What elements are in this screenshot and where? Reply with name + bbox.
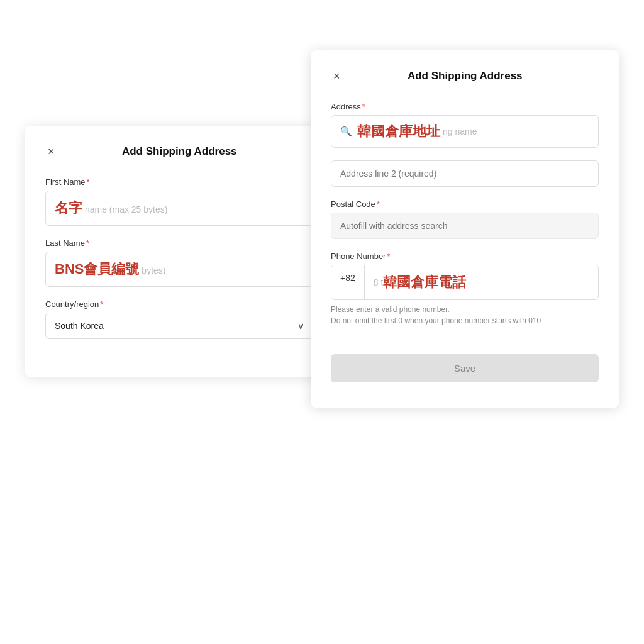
postal-input[interactable]: [331, 213, 599, 239]
phone-label: Phone Number*: [331, 252, 599, 261]
phone-hint-line1: Please enter a valid phone number.: [331, 304, 599, 315]
phone-code: +82: [331, 265, 365, 299]
right-close-icon: ×: [333, 70, 340, 82]
left-dialog-header: × Add Shipping Address: [45, 143, 313, 160]
country-label: Country/region*: [45, 299, 313, 309]
phone-required: *: [387, 252, 390, 261]
phone-hint: Please enter a valid phone number. Do no…: [331, 304, 599, 326]
last-name-placeholder-text: bytes): [142, 265, 165, 275]
left-dialog: × Add Shipping Address First Name* 名字 na…: [25, 126, 333, 377]
postal-label: Postal Code*: [331, 199, 599, 209]
search-icon: 🔍: [340, 126, 352, 137]
page-wrapper: × Add Shipping Address First Name* 名字 na…: [13, 13, 631, 644]
right-dialog-title: Add Shipping Address: [353, 70, 577, 82]
country-value: South Korea: [55, 321, 297, 331]
country-group: Country/region* South Korea ∨: [45, 299, 313, 339]
phone-group: Phone Number* +82 8 t 韓國倉庫電話 Please ente…: [331, 252, 599, 326]
last-name-input-wrapper[interactable]: BNS會員編號 bytes): [45, 252, 313, 287]
postal-group: Postal Code*: [331, 199, 599, 239]
first-name-label: First Name*: [45, 177, 313, 187]
chevron-down-icon: ∨: [297, 321, 304, 331]
address2-group: [331, 160, 599, 187]
left-close-icon: ×: [48, 145, 55, 158]
first-name-annotation: 名字: [55, 200, 82, 216]
right-dialog-header: × Add Shipping Address: [331, 68, 599, 84]
address2-input[interactable]: [331, 160, 599, 187]
right-close-button[interactable]: ×: [331, 68, 343, 84]
phone-hint-line2: Do not omit the first 0 when your phone …: [331, 315, 599, 326]
last-name-required: *: [86, 238, 89, 248]
first-name-input-wrapper[interactable]: 名字 name (max 25 bytes): [45, 191, 313, 226]
country-select[interactable]: South Korea ∨: [45, 313, 313, 339]
address-label: Address*: [331, 102, 599, 111]
country-required: *: [100, 299, 103, 309]
first-name-group: First Name* 名字 name (max 25 bytes): [45, 177, 313, 226]
postal-required: *: [377, 199, 380, 209]
phone-digit-hint: 8 t: [374, 277, 384, 287]
left-dialog-title: Add Shipping Address: [67, 145, 292, 158]
right-dialog: × Add Shipping Address Address* 🔍 韓國倉庫地址…: [311, 50, 619, 408]
last-name-group: Last Name* BNS會員編號 bytes): [45, 238, 313, 287]
first-name-placeholder-text: name (max 25 bytes): [85, 204, 168, 214]
first-name-required: *: [87, 177, 90, 187]
cards-container: × Add Shipping Address First Name* 名字 na…: [13, 13, 631, 644]
address-search-input[interactable]: 🔍 韓國倉庫地址 ng name: [331, 115, 599, 148]
address-placeholder-text: ng name: [443, 126, 477, 136]
phone-number-input[interactable]: 8 t 韓國倉庫電話: [365, 265, 598, 299]
address-group: Address* 🔍 韓國倉庫地址 ng name: [331, 102, 599, 148]
last-name-annotation: BNS會員編號: [55, 261, 139, 277]
left-close-button[interactable]: ×: [45, 143, 57, 160]
phone-input-group: +82 8 t 韓國倉庫電話: [331, 265, 599, 300]
save-button[interactable]: Save: [331, 354, 599, 382]
phone-annotation: 韓國倉庫電話: [383, 273, 466, 292]
address-required: *: [362, 102, 365, 111]
last-name-label: Last Name*: [45, 238, 313, 248]
address-annotation: 韓國倉庫地址: [357, 122, 440, 141]
